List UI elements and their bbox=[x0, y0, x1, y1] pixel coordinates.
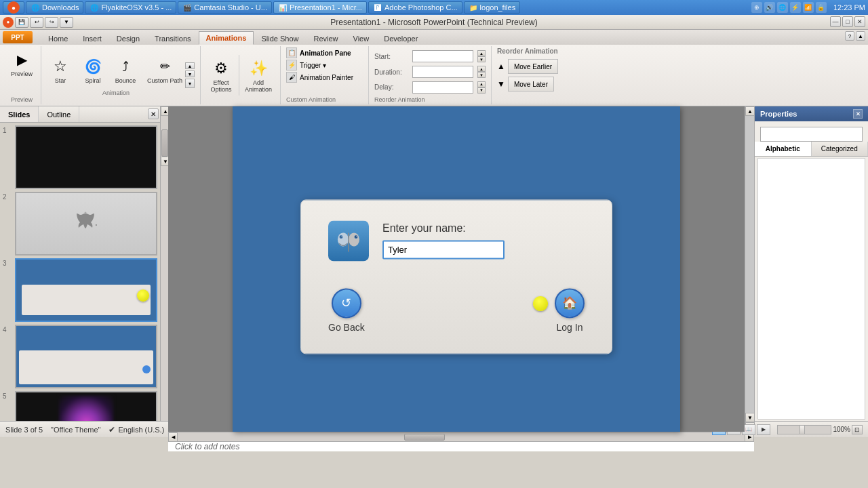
slide-item-3[interactable]: 3 bbox=[3, 258, 157, 322]
trigger-btn[interactable]: Trigger ▾ bbox=[300, 62, 326, 69]
effect-options-btn[interactable]: ⚙ EffectOptions bbox=[206, 56, 236, 94]
folder-icon: 📁 bbox=[469, 3, 478, 12]
spiral-animation-btn[interactable]: 🌀 Spiral bbox=[79, 54, 106, 85]
taskbar-presentation[interactable]: 📊 Presentation1 - Micr... bbox=[273, 1, 367, 14]
anim-more-btn[interactable]: ▾ bbox=[185, 79, 195, 88]
slide-thumb-5[interactable] bbox=[15, 391, 157, 421]
go-back-label: Go Back bbox=[328, 322, 365, 333]
duration-label: Duration: bbox=[374, 68, 408, 76]
theme-info: "Office Theme" bbox=[51, 426, 100, 434]
animation-pane-btn[interactable]: Animation Pane bbox=[300, 49, 351, 57]
slide-thumb-2[interactable]: • bbox=[15, 192, 157, 256]
slides-scrollbar[interactable]: ▲ ▼ bbox=[160, 106, 168, 421]
zoom-fit-btn[interactable]: ⊡ bbox=[852, 425, 863, 434]
start-up[interactable]: ▲ bbox=[477, 50, 486, 56]
start-input[interactable] bbox=[412, 50, 473, 62]
zoom-slider[interactable] bbox=[777, 425, 831, 434]
go-back-button[interactable]: ↺ Go Back bbox=[328, 288, 365, 333]
slide-item-5[interactable]: 5 bbox=[3, 391, 157, 421]
duration-row: Duration: ▲ ▼ bbox=[374, 64, 486, 80]
custom-anim-label: Custom Animation bbox=[286, 95, 336, 103]
canvas-scroll-down[interactable]: ▼ bbox=[745, 413, 755, 422]
theme-name: "Office Theme" bbox=[51, 426, 100, 434]
preview-button[interactable]: ▶ Preview bbox=[8, 47, 35, 79]
minimize-btn[interactable]: — bbox=[830, 16, 841, 27]
canvas-scroll-up[interactable]: ▲ bbox=[745, 106, 755, 116]
delay-up[interactable]: ▲ bbox=[477, 81, 486, 87]
delay-down[interactable]: ▼ bbox=[477, 87, 486, 94]
props-tab-alphabetic[interactable]: Alphabetic bbox=[755, 142, 812, 156]
slide-thumb-3[interactable] bbox=[15, 258, 157, 322]
name-input[interactable] bbox=[382, 240, 505, 259]
move-earlier-btn[interactable]: Move Earlier bbox=[508, 59, 558, 74]
taskbar-downloads[interactable]: 🌐 Downloads bbox=[26, 1, 83, 14]
slides-panel: Slides Outline ✕ 1 2 bbox=[0, 106, 168, 421]
save-quick-btn[interactable]: 💾 bbox=[15, 17, 28, 28]
custom-path-icon: ✏ bbox=[154, 56, 176, 77]
slide-canvas[interactable]: Enter your name: ↺ Go Back bbox=[233, 106, 680, 432]
canvas-scroll-area: Enter your name: ↺ Go Back bbox=[168, 106, 754, 432]
tab-design[interactable]: Design bbox=[109, 31, 147, 45]
maximize-btn[interactable]: □ bbox=[842, 16, 853, 27]
app-logo: ● bbox=[3, 17, 14, 28]
ribbon-group-custom-anim: 📋 Animation Pane ⚡ Trigger ▾ 🖌 Animation… bbox=[281, 46, 369, 104]
tab-home[interactable]: Home bbox=[41, 31, 75, 45]
outline-tab[interactable]: Outline bbox=[39, 106, 79, 122]
props-close-btn[interactable]: ✕ bbox=[853, 109, 863, 119]
notes-area[interactable]: Click to add notes bbox=[168, 441, 754, 451]
move-later-btn[interactable]: Move Later bbox=[508, 77, 554, 92]
tab-insert[interactable]: Insert bbox=[75, 31, 109, 45]
ribbon-collapse-btn[interactable]: ▲ bbox=[856, 31, 865, 41]
custom-path-btn[interactable]: ✏ Custom Path bbox=[144, 54, 185, 85]
props-tab-categorized[interactable]: Categorized bbox=[812, 142, 869, 156]
slide-item-2[interactable]: 2 • bbox=[3, 192, 157, 256]
panel-close-btn[interactable]: ✕ bbox=[148, 108, 159, 119]
system-tray: ⊕ 🔊 🌐 ⚡ 📶 🔒 bbox=[751, 2, 827, 13]
taskbar-photoshop[interactable]: 🅿 Adobe Photoshop C... bbox=[368, 1, 462, 14]
delay-spinner[interactable]: ▲ ▼ bbox=[477, 81, 486, 94]
office-button[interactable]: PPT bbox=[3, 31, 33, 43]
undo-btn[interactable]: ↩ bbox=[30, 17, 43, 28]
window-controls: — □ ✕ bbox=[830, 16, 865, 27]
h-scroll-left[interactable]: ◀ bbox=[168, 432, 178, 442]
tab-transitions[interactable]: Transitions bbox=[147, 31, 198, 45]
close-btn[interactable]: ✕ bbox=[854, 16, 865, 27]
tab-view[interactable]: View bbox=[346, 31, 377, 45]
redo-btn[interactable]: ↪ bbox=[45, 17, 58, 28]
ubuntu-button[interactable]: ● bbox=[3, 1, 24, 14]
slide-thumb-4[interactable] bbox=[15, 325, 157, 388]
h-scroll-track bbox=[178, 434, 745, 441]
log-in-button[interactable]: 🏠 Log In bbox=[555, 288, 585, 333]
delay-input[interactable] bbox=[412, 81, 473, 94]
dur-down[interactable]: ▼ bbox=[477, 72, 486, 78]
tab-developer[interactable]: Developer bbox=[376, 31, 425, 45]
bounce-animation-btn[interactable]: ⤴ Bounce bbox=[112, 54, 139, 85]
tab-animations[interactable]: Animations bbox=[199, 31, 254, 45]
taskbar-logon[interactable]: 📁 logon_files bbox=[464, 1, 521, 14]
customize-btn[interactable]: ▼ bbox=[60, 17, 73, 28]
canvas-h-scrollbar[interactable]: ◀ ▶ bbox=[168, 432, 754, 441]
slide-item-4[interactable]: 4 bbox=[3, 325, 157, 388]
slides-tab[interactable]: Slides bbox=[0, 106, 39, 122]
props-search[interactable] bbox=[760, 127, 863, 142]
animation-painter-btn[interactable]: Animation Painter bbox=[300, 74, 353, 81]
start-spinner[interactable]: ▲ ▼ bbox=[477, 50, 486, 62]
start-down[interactable]: ▼ bbox=[477, 56, 486, 62]
duration-input[interactable] bbox=[412, 66, 473, 78]
taskbar-camtasia[interactable]: 🎬 Camtasia Studio - U... bbox=[178, 1, 272, 14]
canvas-right-scrollbar[interactable]: ▲ ▼ ▾ bbox=[745, 106, 754, 432]
svg-point-9 bbox=[356, 236, 357, 237]
dur-up[interactable]: ▲ bbox=[477, 66, 486, 72]
slide-item-1[interactable]: 1 bbox=[3, 125, 157, 189]
star-animation-btn[interactable]: ☆ Star bbox=[47, 54, 74, 85]
anim-scroll-up[interactable]: ▲ bbox=[185, 62, 195, 69]
ribbon-help-btn[interactable]: ? bbox=[845, 31, 854, 41]
tab-review[interactable]: Review bbox=[306, 31, 345, 45]
add-animation-btn[interactable]: ✨ AddAnimation bbox=[242, 56, 275, 94]
duration-spinner[interactable]: ▲ ▼ bbox=[477, 66, 486, 78]
slide-thumb-1[interactable] bbox=[15, 125, 157, 189]
taskbar-flyakite[interactable]: 🌐 FlyakiteOSX v3.5 - ... bbox=[85, 1, 176, 14]
tab-slideshow[interactable]: Slide Show bbox=[254, 31, 306, 45]
slideshow-btn[interactable]: ▶ bbox=[757, 424, 770, 435]
anim-scroll-down[interactable]: ▼ bbox=[185, 70, 195, 77]
